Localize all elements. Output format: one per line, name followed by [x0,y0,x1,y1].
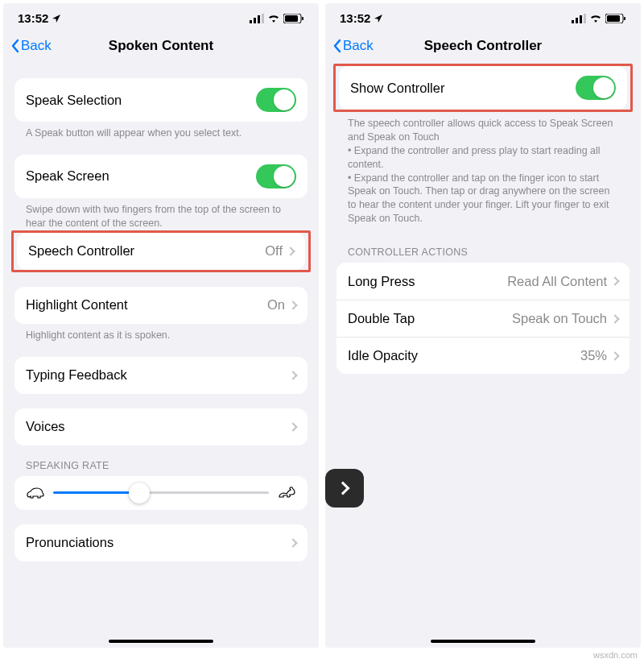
typing-feedback-label: Typing Feedback [26,367,127,383]
home-indicator[interactable] [431,640,535,643]
long-press-value: Read All Content [507,274,607,289]
typing-feedback-row[interactable]: Typing Feedback [14,357,308,394]
voices-row[interactable]: Voices [14,408,308,445]
chevron-right-icon [288,422,297,431]
svg-rect-7 [572,20,574,23]
back-button[interactable]: Back [332,38,374,54]
home-indicator[interactable] [109,640,213,643]
phone-left-spoken-content: 13:52 Back Spoken Content Speak Selectio… [3,3,319,648]
svg-rect-0 [250,20,252,23]
wifi-icon [267,14,280,23]
long-press-label: Long Press [348,274,415,289]
speech-controller-row[interactable]: Speech Controller Off [17,233,305,270]
rabbit-icon [277,486,296,500]
svg-rect-5 [285,15,298,22]
double-tap-label: Double Tap [348,311,415,326]
battery-icon [283,14,304,23]
chevron-right-icon [336,482,350,495]
speak-selection-label: Speak Selection [26,93,122,108]
watermark: wsxdn.com [593,650,638,660]
location-icon [374,14,383,23]
highlight-content-footer: Highlight content as it is spoken. [14,324,308,342]
pronunciations-label: Pronunciations [26,535,114,550]
svg-rect-1 [254,18,256,23]
show-controller-toggle[interactable] [576,76,616,100]
location-icon [52,14,61,23]
highlight-show-controller: Show Controller [333,64,633,112]
speak-selection-footer: A Speak button will appear when you sele… [14,122,308,140]
wifi-icon [589,14,602,23]
chevron-right-icon [286,247,295,255]
speak-selection-toggle[interactable] [256,88,296,112]
idle-opacity-value: 35% [580,348,607,363]
back-button[interactable]: Back [10,38,52,54]
speaking-rate-slider[interactable] [53,491,269,494]
voices-label: Voices [26,419,65,434]
highlight-speech-controller: Speech Controller Off [11,230,311,272]
speaking-rate-slider-row[interactable] [14,476,308,510]
show-controller-row[interactable]: Show Controller [339,66,627,110]
svg-rect-8 [576,18,578,23]
idle-opacity-row[interactable]: Idle Opacity 35% [336,337,630,374]
cellular-icon [250,14,264,23]
svg-rect-10 [584,14,586,23]
highlight-content-row[interactable]: Highlight Content On [14,287,308,324]
controller-actions-header: CONTROLLER ACTIONS [336,247,630,263]
chevron-right-icon [288,371,297,379]
turtle-icon [26,486,45,500]
long-press-row[interactable]: Long Press Read All Content [336,263,630,300]
speech-controller-label: Speech Controller [28,243,134,259]
nav-bar: Back Speech Controller [325,28,641,64]
svg-rect-2 [258,15,260,23]
nav-bar: Back Spoken Content [3,28,319,64]
chevron-right-icon [288,538,297,547]
status-time: 13:52 [340,11,370,25]
chevron-right-icon [610,276,619,285]
speak-screen-footer: Swipe down with two fingers from the top… [14,198,308,230]
speaking-rate-header: SPEAKING RATE [14,460,308,476]
slider-thumb[interactable] [129,483,150,503]
svg-rect-3 [262,14,264,23]
status-bar: 13:52 [3,3,319,28]
back-label: Back [343,38,374,54]
chevron-right-icon [288,300,297,309]
double-tap-value: Speak on Touch [512,311,607,326]
show-controller-description: The speech controller allows quick acces… [336,112,630,226]
speech-controller-value: Off [265,243,283,259]
svg-rect-13 [624,17,625,20]
chevron-left-icon [10,38,21,54]
chevron-right-icon [610,314,619,323]
show-controller-label: Show Controller [350,81,444,96]
double-tap-row[interactable]: Double Tap Speak on Touch [336,300,630,337]
status-time: 13:52 [18,11,48,25]
speak-screen-toggle[interactable] [256,164,296,189]
highlight-content-label: Highlight Content [26,297,128,313]
idle-opacity-label: Idle Opacity [348,348,418,363]
back-label: Back [21,38,52,54]
chevron-left-icon [332,38,343,54]
svg-rect-9 [580,15,582,23]
highlight-content-value: On [267,297,285,313]
status-bar: 13:52 [325,3,641,28]
speak-screen-label: Speak Screen [26,168,109,184]
battery-icon [605,14,626,23]
phone-right-speech-controller: 13:52 Back Speech Controller Show Contro… [325,3,641,648]
svg-rect-12 [607,15,620,22]
svg-rect-6 [302,17,303,20]
speech-controller-floating-button[interactable] [325,469,364,508]
cellular-icon [572,14,586,23]
pronunciations-row[interactable]: Pronunciations [14,524,308,561]
speak-screen-row[interactable]: Speak Screen [14,155,308,198]
chevron-right-icon [610,351,619,360]
speak-selection-row[interactable]: Speak Selection [14,78,308,122]
